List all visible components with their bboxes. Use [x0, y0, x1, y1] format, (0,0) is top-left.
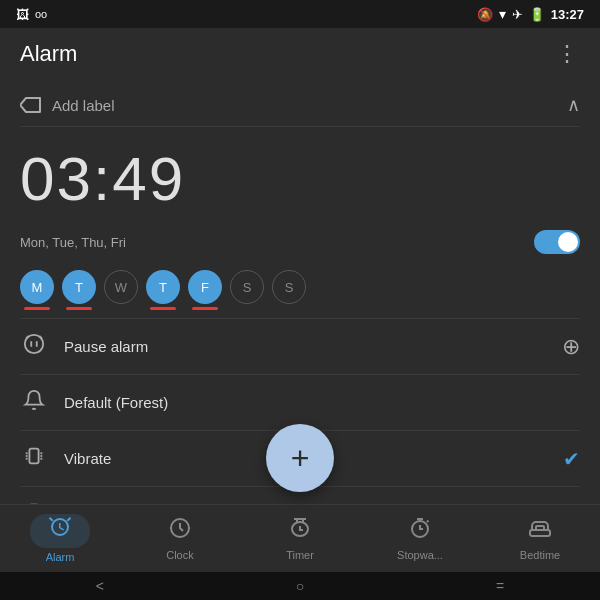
clock-nav-icon — [168, 516, 192, 546]
more-options-button[interactable]: ⋮ — [556, 41, 580, 67]
timer-nav-label: Timer — [286, 549, 314, 561]
add-pause-button[interactable]: ⊕ — [562, 334, 580, 360]
system-nav-bar: < ○ = — [0, 572, 600, 600]
svg-rect-15 — [536, 526, 544, 530]
add-label-row[interactable]: Add label ∧ — [20, 80, 580, 127]
vibrate-icon — [20, 445, 48, 472]
add-alarm-fab[interactable]: + — [266, 424, 334, 492]
timer-nav-icon — [288, 516, 312, 546]
pause-alarm-text: Pause alarm — [64, 338, 546, 355]
status-bar: 🖼 oo 🔕 ▾ ✈ 🔋 13:27 — [0, 0, 600, 28]
ringtone-icon — [20, 389, 48, 416]
battery-icon: 🔋 — [529, 7, 545, 22]
days-row: Mon, Tue, Thu, Fri — [20, 222, 580, 266]
bottom-nav: Alarm Clock Timer — [0, 504, 600, 572]
pause-alarm-icon — [20, 333, 48, 360]
page-title: Alarm — [20, 41, 77, 67]
day-wednesday[interactable]: W — [104, 270, 138, 304]
svg-rect-4 — [29, 449, 38, 464]
day-thursday[interactable]: T — [146, 270, 180, 304]
collapse-button[interactable]: ∧ — [567, 94, 580, 116]
mute-icon: 🔕 — [477, 7, 493, 22]
airplane-icon: ✈ — [512, 7, 523, 22]
recents-button[interactable]: = — [496, 578, 504, 594]
alarm-nav-label: Alarm — [46, 551, 75, 563]
status-left-icons: 🖼 oo — [16, 7, 47, 22]
alarm-nav-icon — [48, 520, 72, 545]
clock-nav-label: Clock — [166, 549, 194, 561]
back-button[interactable]: < — [96, 578, 104, 594]
status-time: 13:27 — [551, 7, 584, 22]
ringtone-row[interactable]: Default (Forest) — [20, 374, 580, 430]
bedtime-nav-label: Bedtime — [520, 549, 560, 561]
time-display[interactable]: 03:49 — [20, 127, 580, 222]
day-saturday[interactable]: S — [230, 270, 264, 304]
stopwatch-nav-icon — [408, 516, 432, 546]
alarm-time[interactable]: 03:49 — [20, 144, 185, 213]
label-icon — [20, 96, 42, 114]
nav-item-bedtime[interactable]: Bedtime — [480, 516, 600, 561]
stopwatch-nav-label: Stopwa... — [397, 549, 443, 561]
nav-item-alarm[interactable]: Alarm — [0, 514, 120, 563]
pause-alarm-row[interactable]: Pause alarm ⊕ — [20, 318, 580, 374]
nav-item-clock[interactable]: Clock — [120, 516, 240, 561]
svg-marker-0 — [20, 98, 40, 112]
home-button[interactable]: ○ — [296, 578, 304, 594]
day-tuesday[interactable]: T — [62, 270, 96, 304]
nav-item-timer[interactable]: Timer — [240, 516, 360, 561]
add-label-text: Add label — [52, 97, 115, 114]
vibrate-check: ✔ — [563, 447, 580, 471]
status-right-icons: 🔕 ▾ ✈ 🔋 13:27 — [477, 6, 584, 22]
day-friday[interactable]: F — [188, 270, 222, 304]
bedtime-nav-icon — [528, 516, 552, 546]
top-bar: Alarm ⋮ — [0, 28, 600, 80]
image-icon: 🖼 — [16, 7, 29, 22]
day-monday[interactable]: M — [20, 270, 54, 304]
repeat-days-label: Mon, Tue, Thu, Fri — [20, 235, 126, 250]
nav-item-stopwatch[interactable]: Stopwa... — [360, 516, 480, 561]
add-label-left: Add label — [20, 96, 115, 114]
ringtone-text: Default (Forest) — [64, 394, 580, 411]
day-circles-row: M T W T F S S — [20, 266, 580, 318]
wifi-icon: ▾ — [499, 6, 506, 22]
voicemail-icon: oo — [35, 8, 47, 20]
alarm-toggle[interactable] — [534, 230, 580, 254]
day-sunday[interactable]: S — [272, 270, 306, 304]
